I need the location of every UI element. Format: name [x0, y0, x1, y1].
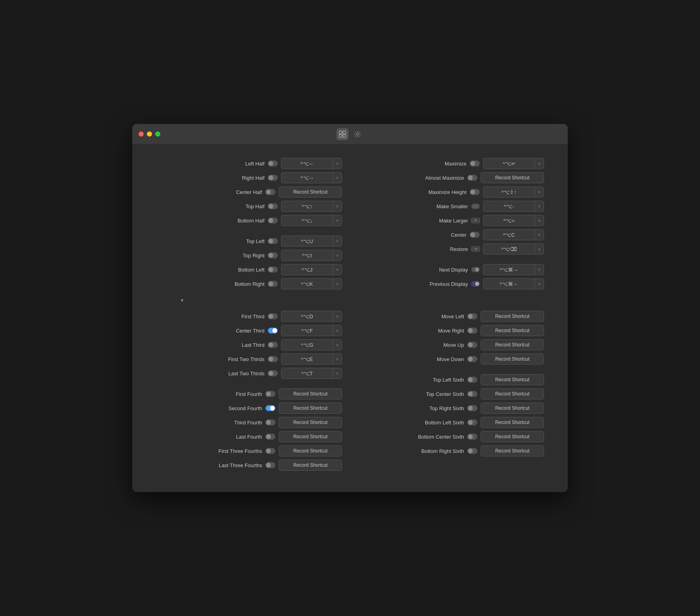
toggle-first-two-thirds[interactable] — [268, 356, 278, 362]
clear-shortcut-button[interactable]: × — [535, 229, 544, 240]
shortcut-field[interactable]: ^⌥⌫ — [483, 243, 535, 255]
toggle-center-half[interactable] — [265, 189, 276, 195]
toggle-move-down[interactable] — [467, 356, 477, 362]
toggle-top-left-sixth[interactable] — [467, 376, 477, 383]
record-shortcut-button[interactable]: Record Shortcut — [279, 460, 342, 471]
clear-shortcut-button[interactable]: × — [333, 250, 342, 261]
toggle-previous-display[interactable] — [471, 281, 480, 287]
toggle-right-half[interactable] — [268, 175, 278, 181]
settings-icon[interactable] — [352, 128, 363, 140]
shortcut-field[interactable]: ^⌥↓ — [281, 215, 333, 226]
toggle-bottom-half[interactable] — [268, 217, 278, 224]
record-shortcut-button[interactable]: Record Shortcut — [481, 403, 544, 414]
record-shortcut-button[interactable]: Record Shortcut — [279, 403, 342, 414]
shortcut-field[interactable]: ^⌥J — [281, 264, 333, 275]
record-shortcut-button[interactable]: Record Shortcut — [279, 445, 342, 456]
toggle-top-half[interactable] — [268, 203, 278, 209]
record-shortcut-button[interactable]: Record Shortcut — [481, 354, 544, 365]
clear-shortcut-button[interactable]: × — [535, 243, 544, 255]
shortcut-field[interactable]: ^⌥⌘→ — [483, 264, 535, 275]
toggle-center[interactable] — [470, 232, 480, 238]
toggle-restore[interactable] — [471, 246, 480, 252]
shortcut-field[interactable]: ^⌥⇧↑ — [483, 186, 535, 198]
shortcut-field[interactable]: ^⌥T — [281, 368, 333, 379]
shortcut-field[interactable]: ^⌥D — [281, 311, 333, 322]
shortcut-field[interactable]: ^⌥= — [483, 215, 535, 226]
clear-shortcut-button[interactable]: × — [333, 201, 342, 212]
toggle-left-half[interactable] — [268, 160, 278, 167]
toggle-third-fourth[interactable] — [265, 419, 276, 426]
shortcut-field[interactable]: ^⌥← — [281, 158, 333, 169]
toggle-top-right[interactable] — [268, 252, 278, 259]
toggle-bottom-left[interactable] — [268, 266, 278, 273]
record-shortcut-button[interactable]: Record Shortcut — [279, 417, 342, 428]
record-shortcut-button[interactable]: Record Shortcut — [481, 339, 544, 350]
toggle-last-fourth[interactable] — [265, 433, 276, 440]
toggle-top-left[interactable] — [268, 238, 278, 244]
shortcut-field[interactable]: ^⌥⌘← — [483, 278, 535, 289]
toggle-move-up[interactable] — [467, 342, 477, 348]
toggle-bottom-center-sixth[interactable] — [467, 433, 477, 440]
clear-shortcut-button[interactable]: × — [333, 158, 342, 169]
shortcut-field[interactable]: ^⌥- — [483, 201, 535, 212]
toggle-last-third[interactable] — [268, 342, 278, 348]
shortcut-field[interactable]: ^⌥G — [281, 339, 333, 350]
toggle-bottom-right-sixth[interactable] — [467, 448, 477, 454]
toggle-bottom-right[interactable] — [268, 281, 278, 287]
toggle-maximize-height[interactable] — [470, 189, 480, 195]
close-button[interactable] — [139, 131, 144, 137]
shortcut-field[interactable]: ^⌥I — [281, 250, 333, 261]
shortcut-field[interactable]: ^⌥C — [483, 229, 535, 240]
record-shortcut-button[interactable]: Record Shortcut — [481, 431, 544, 442]
toggle-move-left[interactable] — [467, 313, 477, 319]
toggle-first-three-fourths[interactable] — [265, 448, 276, 454]
shortcut-field[interactable]: ^⌥↵ — [483, 158, 535, 169]
clear-shortcut-button[interactable]: × — [333, 278, 342, 289]
toggle-top-center-sixth[interactable] — [467, 391, 477, 397]
maximize-button[interactable] — [155, 131, 160, 137]
record-shortcut-button[interactable]: Record Shortcut — [481, 311, 544, 322]
toggle-top-right-sixth[interactable] — [467, 405, 477, 411]
toggle-almost-maximize[interactable] — [467, 175, 477, 181]
record-shortcut-button[interactable]: Record Shortcut — [481, 445, 544, 456]
clear-shortcut-button[interactable]: × — [535, 158, 544, 169]
record-shortcut-button[interactable]: Record Shortcut — [279, 186, 342, 198]
toggle-make-larger[interactable]: + — [471, 218, 480, 223]
toggle-first-fourth[interactable] — [265, 391, 276, 397]
record-shortcut-button[interactable]: Record Shortcut — [279, 431, 342, 442]
collapse-arrow[interactable]: ▼ — [180, 297, 544, 304]
toggle-move-right[interactable] — [467, 327, 477, 334]
shortcut-field[interactable]: ^⌥→ — [281, 172, 333, 183]
layout-icon[interactable] — [337, 128, 348, 140]
toggle-center-third[interactable] — [268, 327, 278, 334]
clear-shortcut-button[interactable]: × — [333, 325, 342, 336]
clear-shortcut-button[interactable]: × — [333, 368, 342, 379]
toggle-last-two-thirds[interactable] — [268, 370, 278, 376]
toggle-last-three-fourths[interactable] — [265, 462, 276, 468]
clear-shortcut-button[interactable]: × — [333, 311, 342, 322]
toggle-bottom-left-sixth[interactable] — [467, 419, 477, 426]
clear-shortcut-button[interactable]: × — [535, 201, 544, 212]
clear-shortcut-button[interactable]: × — [333, 172, 342, 183]
clear-shortcut-button[interactable]: × — [535, 215, 544, 226]
record-shortcut-button[interactable]: Record Shortcut — [481, 388, 544, 399]
toggle-first-third[interactable] — [268, 313, 278, 319]
toggle-next-display[interactable] — [471, 267, 480, 272]
clear-shortcut-button[interactable]: × — [535, 186, 544, 198]
clear-shortcut-button[interactable]: × — [333, 339, 342, 350]
record-shortcut-button[interactable]: Record Shortcut — [481, 172, 544, 183]
clear-shortcut-button[interactable]: × — [535, 278, 544, 289]
clear-shortcut-button[interactable]: × — [333, 264, 342, 275]
shortcut-field[interactable]: ^⌥E — [281, 354, 333, 365]
clear-shortcut-button[interactable]: × — [535, 264, 544, 275]
clear-shortcut-button[interactable]: × — [333, 236, 342, 247]
clear-shortcut-button[interactable]: × — [333, 215, 342, 226]
toggle-maximize[interactable] — [470, 160, 480, 167]
shortcut-field[interactable]: ^⌥↑ — [281, 201, 333, 212]
record-shortcut-button[interactable]: Record Shortcut — [481, 325, 544, 336]
clear-shortcut-button[interactable]: × — [333, 354, 342, 365]
record-shortcut-button[interactable]: Record Shortcut — [481, 374, 544, 385]
shortcut-field[interactable]: ^⌥F — [281, 325, 333, 336]
shortcut-field[interactable]: ^⌥U — [281, 236, 333, 247]
toggle-make-smaller[interactable]: − — [471, 203, 480, 209]
